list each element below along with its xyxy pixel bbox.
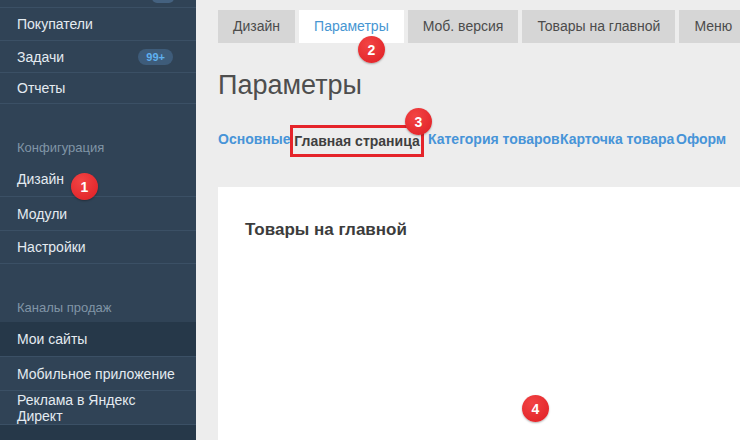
tab-products-on-home[interactable]: Товары на главной — [522, 10, 675, 43]
sidebar-item-tasks[interactable]: Задачи 99+ — [0, 40, 196, 72]
sidebar-item-label: Реклама в Яндекс Директ — [17, 392, 179, 424]
tab-parameters[interactable]: Параметры — [299, 10, 404, 43]
sidebar-item-mobile-app[interactable]: Мобильное приложение — [0, 356, 196, 390]
main-area: Дизайн Параметры Моб. версия Товары на г… — [196, 0, 740, 440]
sidebar-item-label: Мобильное приложение — [17, 366, 175, 382]
subtab-general[interactable]: Основные — [218, 131, 291, 147]
page-title: Параметры — [218, 70, 362, 101]
subtab-home-page[interactable]: Главная страница — [294, 133, 419, 149]
tab-mobile-version[interactable]: Моб. версия — [408, 10, 519, 43]
sidebar-item-label: Задачи — [17, 49, 64, 65]
annotation-box-step-3: Главная страница — [290, 125, 424, 157]
annotation-step-1-badge: 1 — [71, 173, 98, 200]
sidebar-item-label: Мои сайты — [17, 331, 87, 347]
badge-fragment — [152, 0, 174, 3]
sidebar-spacer — [0, 264, 196, 292]
annotation-step-3-badge: 3 — [405, 108, 432, 135]
sidebar-item-design[interactable]: Дизайн — [0, 162, 196, 196]
sidebar: Покупатели Задачи 99+ Отчеты Конфигураци… — [0, 0, 196, 440]
sidebar-item-label: Отчеты — [17, 80, 65, 96]
sidebar-spacer — [0, 104, 196, 132]
sidebar-item-modules[interactable]: Модули — [0, 196, 196, 230]
subtab-product-category[interactable]: Категория товаров — [428, 131, 560, 147]
card-heading: Товары на главной — [245, 220, 407, 240]
tab-design[interactable]: Дизайн — [218, 10, 295, 43]
sidebar-item-label: Настройки — [17, 239, 86, 255]
subtab-checkout-cutoff[interactable]: Оформ — [676, 131, 726, 147]
settings-card: Товары на главной Отображать товары на г… — [218, 187, 740, 440]
sidebar-item-my-sites[interactable]: Мои сайты — [0, 322, 196, 356]
sidebar-partial-item — [0, 0, 196, 8]
app-window: Покупатели Задачи 99+ Отчеты Конфигураци… — [0, 0, 740, 440]
annotation-step-2-badge: 2 — [358, 36, 385, 63]
top-tab-bar: Дизайн Параметры Моб. версия Товары на г… — [218, 10, 740, 43]
annotation-step-4-badge: 4 — [522, 395, 549, 422]
tasks-count-badge: 99+ — [138, 49, 173, 65]
sidebar-bottom-strip — [0, 424, 196, 440]
sidebar-section-configuration: Конфигурация — [0, 132, 196, 162]
sidebar-item-reports[interactable]: Отчеты — [0, 72, 196, 104]
subtab-product-card[interactable]: Карточка товара — [560, 131, 674, 147]
tab-menu[interactable]: Меню — [679, 10, 740, 43]
sidebar-item-label: Дизайн — [17, 171, 64, 187]
sidebar-item-label: Покупатели — [17, 16, 93, 32]
sidebar-item-label: Модули — [17, 206, 67, 222]
sidebar-item-buyers[interactable]: Покупатели — [0, 8, 196, 40]
sidebar-item-settings[interactable]: Настройки — [0, 230, 196, 264]
sidebar-item-yandex-direct-ads[interactable]: Реклама в Яндекс Директ — [0, 390, 196, 424]
sidebar-section-sales-channels: Каналы продаж — [0, 292, 196, 322]
